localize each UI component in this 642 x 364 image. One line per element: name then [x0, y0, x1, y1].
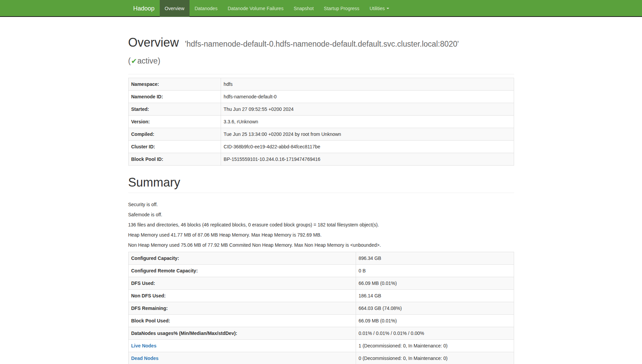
row-dfs-used-value: 66.09 MB (0.01%) — [356, 277, 514, 290]
cluster-info-table: Namespace: hdfs Namenode ID: hdfs-nameno… — [128, 78, 514, 166]
nav-dropdown-utilities-label: Utilities — [370, 5, 385, 12]
row-started-value: Thu Jun 27 09:52:55 +0200 2024 — [221, 103, 514, 116]
row-dead-nodes-cell: Dead Nodes — [128, 352, 356, 364]
row-non-dfs-used-value: 186.14 GB — [356, 290, 514, 302]
row-non-dfs-used-label: Non DFS Used: — [128, 290, 356, 302]
nav-tab-startup-progress[interactable]: Startup Progress — [319, 0, 364, 17]
row-dfs-remaining-value: 664.03 GB (74.08%) — [356, 302, 514, 315]
summary-table: Configured Capacity: 896.34 GB Configure… — [128, 252, 514, 364]
row-block-pool-used-label: Block Pool Used: — [128, 315, 356, 327]
row-dead-nodes: Dead Nodes 0 (Decommissioned: 0, In Main… — [128, 352, 514, 364]
safemode-status-line: Safemode is off. — [128, 211, 514, 218]
row-non-dfs-used: Non DFS Used: 186.14 GB — [128, 290, 514, 302]
overview-page-header: Overview 'hdfs-namenode-default-0.hdfs-n… — [128, 36, 514, 74]
row-configured-capacity-value: 896.34 GB — [356, 252, 514, 265]
dead-nodes-link[interactable]: Dead Nodes — [131, 356, 159, 361]
hadoop-brand: Hadoop — [128, 0, 160, 17]
row-datanode-usages-label: DataNodes usages% (Min/Median/Max/stdDev… — [128, 327, 356, 340]
row-version-value: 3.3.6, rUnknown — [221, 116, 514, 128]
nav-tab-datanodes[interactable]: Datanodes — [190, 0, 223, 17]
row-configured-remote-capacity-value: 0 B — [356, 265, 514, 277]
row-block-pool-id-value: BP-1515559101-10.244.0.16-1719474769416 — [221, 153, 514, 166]
nav-tab-overview[interactable]: Overview — [160, 0, 190, 17]
row-live-nodes: Live Nodes 1 (Decommissioned: 0, In Main… — [128, 340, 514, 352]
state-paren-close: ) — [158, 56, 160, 65]
row-dfs-used-label: DFS Used: — [128, 277, 356, 290]
row-version: Version: 3.3.6, rUnknown — [128, 116, 514, 128]
nav-tab-datanode-volume-failures-label: Datanode Volume Failures — [228, 5, 284, 12]
nav-tab-startup-progress-label: Startup Progress — [324, 5, 359, 12]
row-cluster-id-value: CID-368b9fc0-ee19-4d22-abbd-84fcec8117be — [221, 141, 514, 153]
row-block-pool-used: Block Pool Used: 66.09 MB (0.01%) — [128, 315, 514, 327]
check-icon: ✔ — [131, 57, 137, 65]
row-namenode-id: Namenode ID: hdfs-namenode-default-0 — [128, 91, 514, 103]
non-heap-memory-line: Non Heap Memory used 75.06 MB of 77.92 M… — [128, 242, 514, 248]
row-namenode-id-label: Namenode ID: — [128, 91, 221, 103]
row-block-pool-id: Block Pool ID: BP-1515559101-10.244.0.16… — [128, 153, 514, 166]
namenode-state: (✔active) — [128, 55, 514, 67]
nav-tab-snapshot-label: Snapshot — [294, 5, 314, 12]
row-configured-remote-capacity: Configured Remote Capacity: 0 B — [128, 265, 514, 277]
row-dfs-used: DFS Used: 66.09 MB (0.01%) — [128, 277, 514, 290]
row-dfs-remaining: DFS Remaining: 664.03 GB (74.08%) — [128, 302, 514, 315]
row-cluster-id-label: Cluster ID: — [128, 141, 221, 153]
row-block-pool-used-value: 66.09 MB (0.01%) — [356, 315, 514, 327]
nav-tab-overview-label: Overview — [165, 5, 184, 12]
namenode-address: 'hdfs-namenode-default-0.hdfs-namenode-d… — [185, 40, 459, 48]
row-block-pool-id-label: Block Pool ID: — [128, 153, 221, 166]
summary-page-header: Summary — [128, 176, 514, 193]
caret-down-icon — [386, 8, 389, 9]
row-live-nodes-value: 1 (Decommissioned: 0, In Maintenance: 0) — [356, 340, 514, 352]
row-namespace-label: Namespace: — [128, 78, 221, 91]
top-navbar: Hadoop Overview Datanodes Datanode Volum… — [0, 0, 642, 17]
summary-title: Summary — [128, 176, 514, 189]
page-title-text: Overview — [128, 35, 179, 49]
row-compiled-label: Compiled: — [128, 128, 221, 141]
security-status-line: Security is off. — [128, 201, 514, 208]
row-compiled: Compiled: Tue Jun 25 13:34:00 +0200 2024… — [128, 128, 514, 141]
row-datanode-usages-value: 0.01% / 0.01% / 0.01% / 0.00% — [356, 327, 514, 340]
nav-tab-datanodes-label: Datanodes — [195, 5, 218, 12]
row-compiled-value: Tue Jun 25 13:34:00 +0200 2024 by root f… — [221, 128, 514, 141]
filesystem-objects-line: 136 files and directories, 46 blocks (46… — [128, 221, 514, 228]
row-configured-capacity: Configured Capacity: 896.34 GB — [128, 252, 514, 265]
state-label: active — [137, 56, 158, 65]
row-namespace: Namespace: hdfs — [128, 78, 514, 91]
heap-memory-line: Heap Memory used 41.77 MB of 87.06 MB He… — [128, 232, 514, 238]
live-nodes-link[interactable]: Live Nodes — [131, 343, 157, 348]
summary-title-text: Summary — [128, 175, 180, 189]
row-live-nodes-cell: Live Nodes — [128, 340, 356, 352]
page-content: Overview 'hdfs-namenode-default-0.hdfs-n… — [123, 36, 519, 364]
row-configured-capacity-label: Configured Capacity: — [128, 252, 356, 265]
row-started: Started: Thu Jun 27 09:52:55 +0200 2024 — [128, 103, 514, 116]
row-version-label: Version: — [128, 116, 221, 128]
row-datanode-usages: DataNodes usages% (Min/Median/Max/stdDev… — [128, 327, 514, 340]
row-dfs-remaining-label: DFS Remaining: — [128, 302, 356, 315]
nav-tab-datanode-volume-failures[interactable]: Datanode Volume Failures — [223, 0, 289, 17]
page-title: Overview 'hdfs-namenode-default-0.hdfs-n… — [128, 36, 514, 51]
summary-text-block: Security is off. Safemode is off. 136 fi… — [128, 201, 514, 248]
row-started-label: Started: — [128, 103, 221, 116]
row-dead-nodes-value: 0 (Decommissioned: 0, In Maintenance: 0) — [356, 352, 514, 364]
row-cluster-id: Cluster ID: CID-368b9fc0-ee19-4d22-abbd-… — [128, 141, 514, 153]
row-namenode-id-value: hdfs-namenode-default-0 — [221, 91, 514, 103]
row-namespace-value: hdfs — [221, 78, 514, 91]
nav-tab-snapshot[interactable]: Snapshot — [289, 0, 319, 17]
nav-dropdown-utilities[interactable]: Utilities — [364, 0, 394, 17]
navbar-menu: Overview Datanodes Datanode Volume Failu… — [160, 0, 394, 17]
row-configured-remote-capacity-label: Configured Remote Capacity: — [128, 265, 356, 277]
